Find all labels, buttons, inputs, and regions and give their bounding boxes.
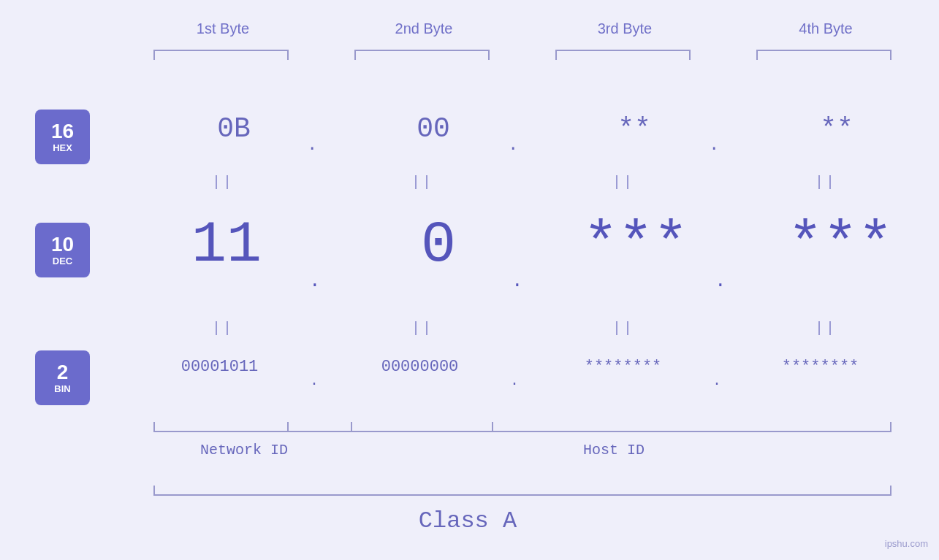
byte-header-4: 4th Byte	[753, 20, 899, 37]
dec-badge: 10 DEC	[35, 223, 90, 277]
dec-dot-2: .	[512, 270, 523, 292]
hex-value-2: 00	[368, 113, 499, 145]
hex-dot-3: .	[709, 135, 719, 155]
bin-badge-number: 2	[57, 361, 69, 384]
equals-b4: ||	[815, 320, 837, 337]
hex-value-4: **	[771, 113, 902, 145]
bin-dot-1: .	[310, 372, 319, 389]
equals-4: ||	[815, 174, 837, 191]
byte-header-3: 3rd Byte	[552, 20, 698, 37]
byte-header-1: 1st Byte	[150, 20, 296, 37]
dec-value-4: ***	[760, 212, 921, 278]
bin-value-3: ********	[541, 358, 705, 376]
bin-badge-label: BIN	[54, 384, 70, 394]
network-id-label: Network ID	[171, 442, 317, 459]
bin-badge: 2 BIN	[35, 350, 90, 405]
dec-badge-label: DEC	[53, 256, 72, 266]
top-bracket-2	[354, 50, 490, 60]
equals-b2: ||	[411, 320, 433, 337]
bin-value-2: 00000000	[338, 358, 502, 376]
dec-dot-1: .	[309, 270, 321, 292]
hex-dot-1: .	[307, 135, 317, 155]
dec-value-2: 0	[373, 212, 504, 278]
dec-badge-number: 10	[51, 234, 74, 256]
equals-b1: ||	[212, 320, 234, 337]
top-bracket-1	[153, 50, 289, 60]
dec-dot-3: .	[715, 270, 726, 292]
top-bracket-4	[756, 50, 892, 60]
hex-badge-number: 16	[51, 120, 74, 143]
hex-value-1: 0B	[168, 113, 300, 145]
host-id-label: Host ID	[541, 442, 687, 459]
hex-dot-2: .	[508, 135, 518, 155]
hex-badge: 16 HEX	[35, 110, 90, 164]
byte-header-2: 2nd Byte	[351, 20, 497, 37]
bin-value-1: 00001011	[137, 358, 302, 376]
equals-1: ||	[212, 174, 234, 191]
equals-b3: ||	[612, 320, 634, 337]
equals-2: ||	[411, 174, 433, 191]
dec-value-1: 11	[146, 212, 307, 278]
watermark: ipshu.com	[885, 538, 928, 549]
bin-dot-2: .	[510, 372, 519, 389]
full-bottom-bracket	[153, 486, 892, 496]
class-label: Class A	[322, 507, 614, 534]
top-bracket-3	[555, 50, 691, 60]
bin-value-4: ********	[738, 358, 902, 376]
bin-dot-3: .	[712, 372, 721, 389]
hex-value-3: **	[569, 113, 700, 145]
main-layout: 1st Byte 2nd Byte 3rd Byte 4th Byte 16 H…	[0, 0, 939, 560]
host-id-bracket	[351, 422, 892, 432]
dec-value-3: ***	[555, 212, 716, 278]
hex-badge-label: HEX	[53, 143, 72, 153]
equals-3: ||	[612, 174, 634, 191]
